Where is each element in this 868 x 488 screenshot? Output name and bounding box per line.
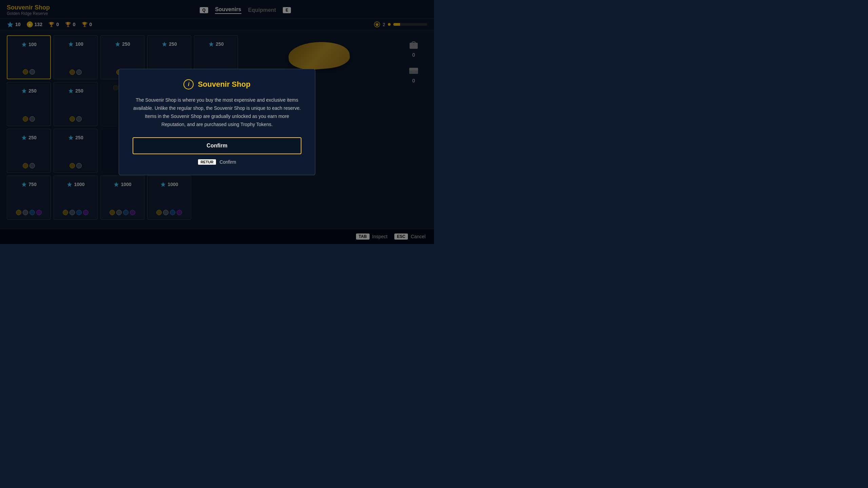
modal-info-icon: i (183, 79, 194, 89)
souvenir-shop-modal: i Souvenir Shop The Souvenir Shop is whe… (119, 69, 315, 175)
modal-overlay: i Souvenir Shop The Souvenir Shop is whe… (0, 0, 434, 244)
modal-header: i Souvenir Shop (133, 79, 301, 89)
modal-body-text: The Souvenir Shop is where you buy the m… (133, 96, 301, 128)
modal-title: Souvenir Shop (198, 80, 250, 89)
modal-footer: RETUR Confirm (133, 159, 301, 165)
modal-confirm-button[interactable]: Confirm (133, 137, 301, 154)
footer-confirm-label: Confirm (219, 159, 236, 165)
footer-key-badge: RETUR (198, 159, 216, 165)
